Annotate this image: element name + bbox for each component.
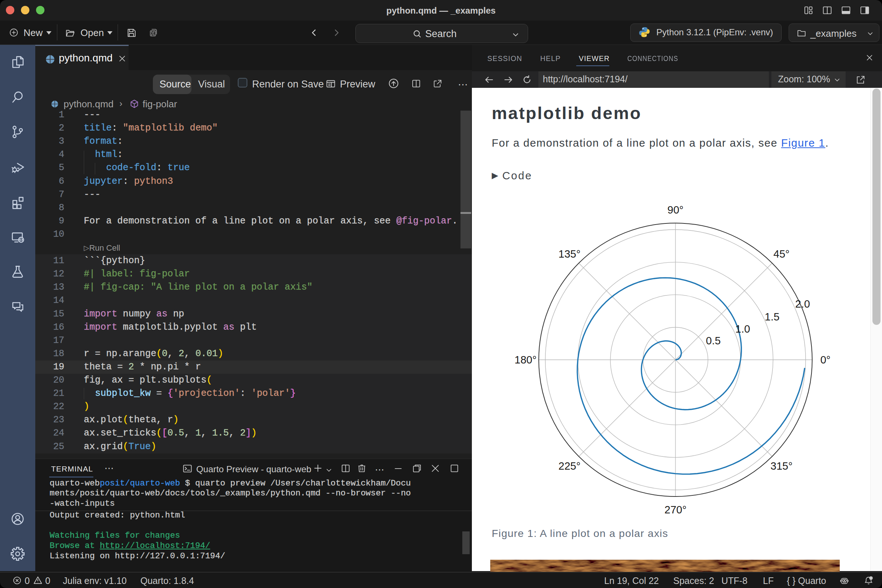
svg-text:0.5: 0.5 bbox=[706, 335, 721, 346]
svg-text:315°: 315° bbox=[771, 460, 793, 472]
svg-text:1.5: 1.5 bbox=[765, 311, 780, 322]
svg-text:90°: 90° bbox=[668, 204, 684, 216]
svg-text:135°: 135° bbox=[559, 248, 580, 260]
svg-text:0°: 0° bbox=[820, 354, 831, 366]
svg-text:180°: 180° bbox=[514, 354, 537, 366]
svg-text:270°: 270° bbox=[664, 504, 687, 516]
svg-text:2.0: 2.0 bbox=[795, 298, 810, 310]
svg-text:45°: 45° bbox=[774, 248, 790, 260]
svg-text:1.0: 1.0 bbox=[735, 323, 750, 335]
svg-text:225°: 225° bbox=[559, 460, 580, 472]
